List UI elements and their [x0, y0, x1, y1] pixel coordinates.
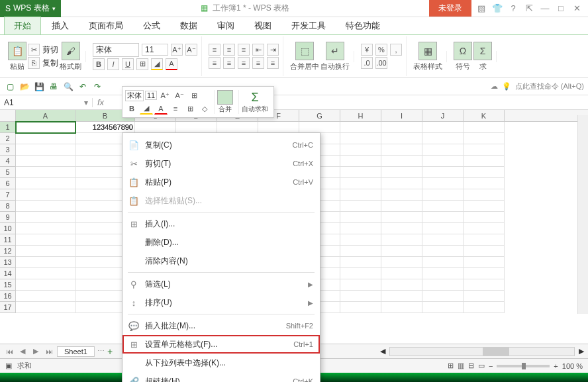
- open-icon[interactable]: 📂: [19, 81, 30, 93]
- fill-color-icon[interactable]: ◢: [151, 58, 163, 70]
- distribute-icon[interactable]: ≡: [267, 57, 279, 69]
- cell[interactable]: [422, 201, 464, 212]
- bold-icon[interactable]: B: [93, 58, 105, 70]
- sheet-next-icon[interactable]: ▶: [30, 347, 41, 356]
- cell[interactable]: [422, 144, 464, 156]
- comma-icon[interactable]: ,: [390, 44, 402, 56]
- row-header[interactable]: 6: [0, 178, 16, 189]
- tab-dev[interactable]: 开发工具: [282, 17, 335, 34]
- cell[interactable]: [381, 302, 422, 313]
- ctx-item[interactable]: 清除内容(N): [122, 252, 320, 270]
- cut-label[interactable]: 剪切: [42, 44, 58, 56]
- justify-icon[interactable]: ≡: [252, 57, 264, 69]
- cell[interactable]: [381, 201, 422, 212]
- cell[interactable]: [135, 122, 176, 133]
- format-painter-button[interactable]: 🖌 格式刷: [60, 42, 81, 72]
- ctx-item[interactable]: ⚲筛选(L)▶: [122, 275, 320, 293]
- mini-fontcolor-icon[interactable]: A: [154, 103, 168, 115]
- undo-icon[interactable]: ↶: [77, 81, 89, 93]
- hscroll-left-icon[interactable]: ◀: [380, 347, 385, 356]
- tab-insert[interactable]: 插入: [42, 17, 78, 34]
- zoom-slider[interactable]: [497, 365, 550, 367]
- cell[interactable]: [464, 234, 505, 246]
- cell[interactable]: [422, 291, 464, 302]
- ctx-item[interactable]: 从下拉列表中选择(K)...: [122, 354, 320, 372]
- mini-font[interactable]: 宋体: [125, 90, 144, 101]
- cell[interactable]: [340, 167, 381, 178]
- cell[interactable]: [381, 234, 422, 246]
- indent-dec-icon[interactable]: ⇤: [252, 44, 264, 56]
- cell[interactable]: [340, 257, 381, 268]
- sum-button[interactable]: Σ 求: [473, 42, 492, 72]
- cell[interactable]: [340, 122, 381, 133]
- ctx-item[interactable]: 删除(D)...: [122, 233, 320, 252]
- cell[interactable]: [340, 291, 381, 302]
- cell[interactable]: [381, 144, 422, 156]
- cell[interactable]: [16, 144, 75, 156]
- row-header[interactable]: 2: [0, 133, 16, 144]
- cell[interactable]: [340, 201, 381, 212]
- row-header[interactable]: 11: [0, 234, 16, 246]
- tab-formula[interactable]: 公式: [134, 17, 170, 34]
- font-color-icon[interactable]: A: [166, 58, 177, 70]
- cell[interactable]: [381, 257, 422, 268]
- tab-review[interactable]: 审阅: [208, 17, 244, 34]
- cell[interactable]: [381, 122, 422, 133]
- cell[interactable]: [217, 122, 258, 133]
- cell[interactable]: [464, 212, 505, 223]
- row-header[interactable]: 4: [0, 156, 16, 167]
- mini-clear-icon[interactable]: ◇: [198, 103, 211, 115]
- search-hint[interactable]: 点此查找命令 (Alt+Q): [515, 81, 584, 91]
- copy-icon[interactable]: ⎘: [28, 57, 40, 69]
- cell[interactable]: [340, 302, 381, 313]
- row-header[interactable]: 12: [0, 246, 16, 257]
- print-icon[interactable]: 🖶: [48, 81, 60, 93]
- cell[interactable]: [381, 279, 422, 291]
- col-header-K[interactable]: K: [464, 110, 505, 121]
- inc-decimal-icon[interactable]: .0: [361, 57, 373, 69]
- cell[interactable]: [381, 167, 422, 178]
- row-header[interactable]: 5: [0, 167, 16, 178]
- cell[interactable]: [422, 122, 464, 133]
- percent-icon[interactable]: %: [375, 44, 387, 56]
- sheet-last-icon[interactable]: ⏭: [44, 348, 54, 356]
- cell[interactable]: [464, 144, 505, 156]
- align-right-icon[interactable]: ≡: [238, 57, 250, 69]
- cell[interactable]: [16, 201, 75, 212]
- cell[interactable]: [422, 302, 464, 313]
- col-header-H[interactable]: H: [340, 110, 381, 121]
- cell[interactable]: [16, 156, 75, 167]
- cell[interactable]: [464, 178, 505, 189]
- mini-dec-font-icon[interactable]: A⁻: [173, 89, 186, 101]
- name-box[interactable]: A1 ▾: [0, 98, 93, 107]
- ctx-item[interactable]: ↕排序(U)▶: [122, 293, 320, 312]
- cell[interactable]: [340, 268, 381, 279]
- mini-merge-button[interactable]: 合并: [214, 90, 236, 114]
- cell[interactable]: [16, 189, 75, 201]
- status-doc-icon[interactable]: ▣: [5, 361, 12, 370]
- font-select[interactable]: 宋体: [93, 43, 139, 57]
- sheet-tab[interactable]: Sheet1: [57, 346, 95, 357]
- cell[interactable]: [340, 246, 381, 257]
- cell[interactable]: [464, 201, 505, 212]
- horizontal-scrollbar[interactable]: [389, 347, 575, 356]
- pin-icon[interactable]: ⇱: [523, 3, 535, 13]
- row-header[interactable]: 8: [0, 201, 16, 212]
- vertical-scrollbar[interactable]: [577, 115, 588, 314]
- sheet-first-icon[interactable]: ⏮: [4, 348, 15, 356]
- dec-decimal-icon[interactable]: .00: [375, 57, 387, 69]
- cell[interactable]: [464, 291, 505, 302]
- view-reading-icon[interactable]: ▭: [478, 361, 485, 370]
- ctx-item[interactable]: ⊞设置单元格格式(F)...Ctrl+1: [122, 335, 320, 354]
- cell[interactable]: [381, 268, 422, 279]
- cell[interactable]: [340, 144, 381, 156]
- row-header[interactable]: 3: [0, 144, 16, 156]
- currency-icon[interactable]: ¥: [361, 44, 373, 56]
- cell[interactable]: [464, 223, 505, 234]
- row-header[interactable]: 14: [0, 268, 16, 279]
- cell[interactable]: [340, 156, 381, 167]
- view-normal-icon[interactable]: ⊞: [448, 361, 454, 370]
- zoom-out-icon[interactable]: −: [489, 362, 493, 370]
- cell[interactable]: [16, 257, 75, 268]
- tab-start[interactable]: 开始: [4, 17, 41, 34]
